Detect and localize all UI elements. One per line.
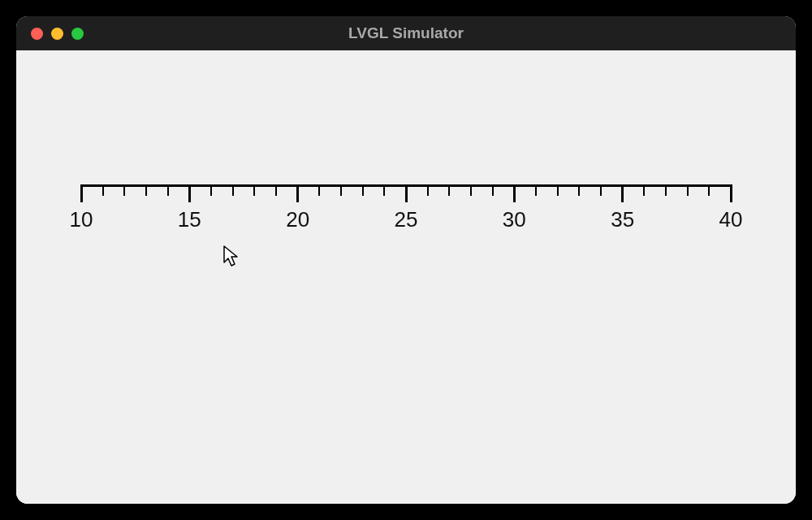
scale-tick-minor	[275, 184, 277, 196]
scale-tick-minor	[708, 184, 710, 196]
scale-tick-minor	[383, 184, 385, 196]
scale-tick-minor	[102, 184, 104, 196]
scale-axis: 10152025303540	[81, 184, 731, 249]
close-icon[interactable]	[31, 28, 43, 40]
scale-tick-label: 10	[70, 207, 93, 232]
scale-tick-major	[188, 184, 191, 202]
scale-tick-minor	[232, 184, 234, 196]
scale-tick-minor	[557, 184, 559, 196]
app-window: LVGL Simulator 10152025303540	[16, 16, 796, 504]
scale-tick-minor	[210, 184, 212, 196]
scale-tick-major	[621, 184, 624, 202]
scale-tick-minor	[318, 184, 320, 196]
scale-tick-minor	[578, 184, 580, 196]
titlebar: LVGL Simulator	[16, 16, 796, 50]
content-area: 10152025303540	[16, 50, 796, 504]
scale-tick-major	[513, 184, 516, 202]
scale-tick-label: 25	[395, 207, 418, 232]
scale-tick-label: 40	[719, 207, 743, 232]
scale-tick-minor	[123, 184, 125, 196]
scale-tick-minor	[145, 184, 147, 196]
window-controls	[16, 28, 84, 40]
scale-tick-minor	[470, 184, 472, 196]
scale-tick-minor	[167, 184, 169, 196]
scale-tick-label: 30	[503, 207, 526, 232]
scale-tick-minor	[362, 184, 364, 196]
scale-tick-minor	[448, 184, 450, 196]
scale-tick-minor	[600, 184, 602, 196]
scale-widget: 10152025303540	[81, 184, 731, 249]
minimize-icon[interactable]	[51, 28, 63, 40]
scale-tick-major	[730, 184, 732, 202]
scale-tick-minor	[427, 184, 429, 196]
window-title: LVGL Simulator	[16, 24, 796, 42]
zoom-icon[interactable]	[71, 28, 84, 40]
scale-tick-label: 35	[611, 207, 634, 232]
scale-tick-minor	[340, 184, 342, 196]
scale-tick-major	[80, 184, 83, 202]
scale-tick-minor	[253, 184, 255, 196]
scale-tick-major	[296, 184, 299, 202]
scale-tick-minor	[665, 184, 667, 196]
scale-tick-minor	[535, 184, 537, 196]
scale-tick-label: 20	[286, 207, 309, 232]
scale-tick-minor	[492, 184, 494, 196]
scale-tick-minor	[643, 184, 645, 196]
scale-tick-minor	[687, 184, 689, 196]
scale-tick-label: 15	[178, 207, 201, 232]
scale-tick-major	[405, 184, 408, 202]
